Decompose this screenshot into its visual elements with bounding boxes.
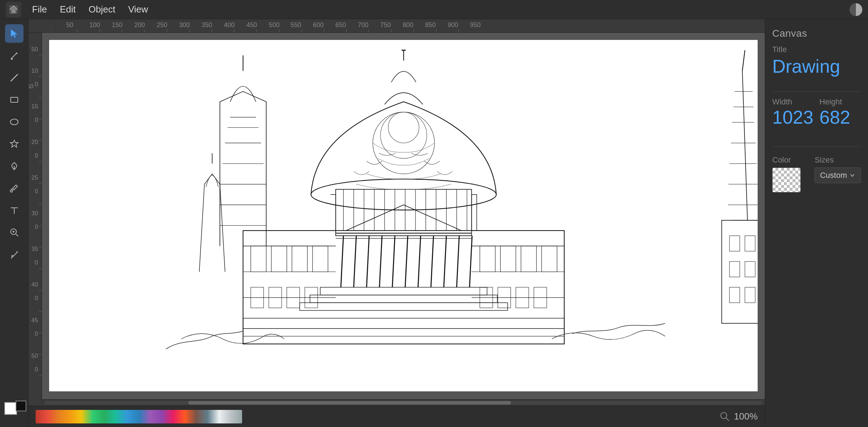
svg-text:650: 650 bbox=[335, 21, 346, 29]
right-panel: Canvas Title Drawing Width 1023 Height 6… bbox=[765, 19, 868, 427]
width-value: 1023 bbox=[772, 108, 814, 127]
divider-2 bbox=[772, 146, 861, 147]
svg-text:500: 500 bbox=[269, 21, 279, 29]
horizontal-scrollbar[interactable] bbox=[42, 399, 765, 406]
svg-text:0: 0 bbox=[35, 295, 38, 302]
svg-text:200: 200 bbox=[134, 21, 145, 29]
divider-1 bbox=[772, 91, 861, 92]
svg-line-176 bbox=[726, 418, 729, 421]
tool-select[interactable] bbox=[5, 24, 23, 43]
width-label: Width bbox=[772, 97, 814, 107]
zoom-value: 100% bbox=[734, 411, 758, 422]
background-color[interactable] bbox=[16, 401, 26, 411]
svg-text:0: 0 bbox=[35, 152, 38, 159]
svg-text:15: 15 bbox=[31, 103, 38, 110]
svg-point-7 bbox=[10, 190, 12, 192]
svg-text:10: 10 bbox=[31, 67, 38, 74]
canvas-with-ruler: 50 50 10 0 15 0 20 0 25 bbox=[28, 33, 765, 406]
svg-point-175 bbox=[721, 412, 727, 418]
svg-text:550: 550 bbox=[291, 21, 301, 29]
svg-text:800: 800 bbox=[403, 21, 413, 29]
tool-line[interactable] bbox=[5, 68, 23, 87]
svg-rect-167 bbox=[730, 262, 740, 277]
svg-text:30: 30 bbox=[31, 210, 38, 217]
svg-text:750: 750 bbox=[380, 21, 391, 29]
canvas-viewport bbox=[42, 33, 765, 395]
canvas-title-value: Drawing bbox=[772, 56, 861, 77]
svg-text:0: 0 bbox=[35, 117, 38, 123]
svg-text:0: 0 bbox=[35, 81, 38, 88]
svg-text:300: 300 bbox=[179, 21, 190, 29]
color-label: Color bbox=[772, 155, 807, 165]
tool-zoom[interactable] bbox=[5, 223, 23, 242]
canvas-section-title: Canvas bbox=[772, 28, 861, 39]
svg-rect-2 bbox=[11, 97, 18, 102]
tool-ellipse[interactable] bbox=[5, 113, 23, 131]
title-label: Title bbox=[772, 45, 861, 54]
menu-object[interactable]: Object bbox=[84, 2, 120, 17]
svg-text:450: 450 bbox=[246, 21, 257, 29]
chevron-down-icon bbox=[849, 172, 856, 179]
svg-line-129 bbox=[742, 50, 745, 71]
svg-rect-165 bbox=[730, 236, 740, 251]
foreground-color[interactable] bbox=[4, 402, 17, 415]
svg-text:600: 600 bbox=[313, 21, 324, 29]
drawing-area[interactable] bbox=[42, 33, 765, 406]
tool-eyedropper[interactable] bbox=[5, 179, 23, 197]
color-palette[interactable] bbox=[36, 410, 242, 423]
svg-marker-4 bbox=[10, 140, 18, 147]
tool-pen[interactable] bbox=[5, 157, 23, 175]
svg-text:400: 400 bbox=[224, 21, 235, 29]
canvas-container: 50 100 150 200 250 300 350 400 450 500 5… bbox=[28, 19, 765, 427]
svg-text:0: 0 bbox=[35, 188, 38, 195]
svg-point-3 bbox=[10, 119, 18, 125]
tool-brush[interactable] bbox=[5, 245, 23, 264]
svg-rect-166 bbox=[745, 236, 755, 251]
tool-rectangle[interactable] bbox=[5, 91, 23, 109]
svg-text:50: 50 bbox=[31, 353, 38, 359]
svg-rect-168 bbox=[745, 262, 755, 277]
menu-view[interactable]: View bbox=[123, 2, 153, 17]
sizes-dropdown[interactable]: Custom bbox=[815, 168, 861, 183]
ruler-horizontal: 50 100 150 200 250 300 350 400 450 500 5… bbox=[28, 19, 765, 33]
drawing-canvas[interactable] bbox=[49, 40, 758, 391]
svg-text:850: 850 bbox=[425, 21, 436, 29]
width-col: Width 1023 bbox=[772, 97, 814, 134]
height-col: Height 682 bbox=[820, 97, 861, 134]
bottom-bar: 100% bbox=[28, 406, 765, 427]
svg-text:20: 20 bbox=[31, 139, 38, 145]
svg-text:700: 700 bbox=[358, 21, 368, 29]
height-label: Height bbox=[820, 97, 861, 107]
brightness-toggle[interactable] bbox=[849, 3, 862, 16]
left-toolbar bbox=[0, 19, 28, 427]
height-value: 682 bbox=[820, 108, 861, 127]
svg-text:0: 0 bbox=[35, 366, 38, 373]
svg-line-11 bbox=[16, 234, 18, 236]
svg-text:25: 25 bbox=[31, 174, 38, 181]
zoom-icon bbox=[719, 411, 731, 422]
tool-pencil[interactable] bbox=[5, 46, 23, 65]
svg-text:250: 250 bbox=[157, 21, 167, 29]
color-swatch[interactable] bbox=[772, 168, 801, 192]
svg-text:35: 35 bbox=[31, 246, 38, 252]
color-swatches[interactable] bbox=[4, 402, 24, 422]
menu-file[interactable]: File bbox=[27, 2, 52, 17]
sizes-value: Custom bbox=[820, 171, 847, 180]
svg-text:50: 50 bbox=[66, 21, 73, 29]
tool-star[interactable] bbox=[5, 135, 23, 153]
svg-text:350: 350 bbox=[202, 21, 212, 29]
main-area: 50 100 150 200 250 300 350 400 450 500 5… bbox=[0, 19, 868, 427]
dimensions-row: Width 1023 Height 682 bbox=[772, 97, 861, 134]
app-logo bbox=[6, 2, 21, 17]
tool-text[interactable] bbox=[5, 201, 23, 220]
svg-line-1 bbox=[11, 74, 18, 81]
svg-text:50: 50 bbox=[31, 46, 38, 53]
svg-text:900: 900 bbox=[448, 21, 458, 29]
zoom-area: 100% bbox=[719, 411, 758, 422]
svg-text:0: 0 bbox=[35, 223, 38, 230]
menubar: File Edit Object View bbox=[0, 0, 868, 19]
svg-text:100: 100 bbox=[89, 21, 100, 29]
color-sizes-row: Color Sizes Custom bbox=[772, 155, 861, 192]
menu-edit[interactable]: Edit bbox=[55, 2, 81, 17]
svg-text:0: 0 bbox=[35, 259, 38, 266]
